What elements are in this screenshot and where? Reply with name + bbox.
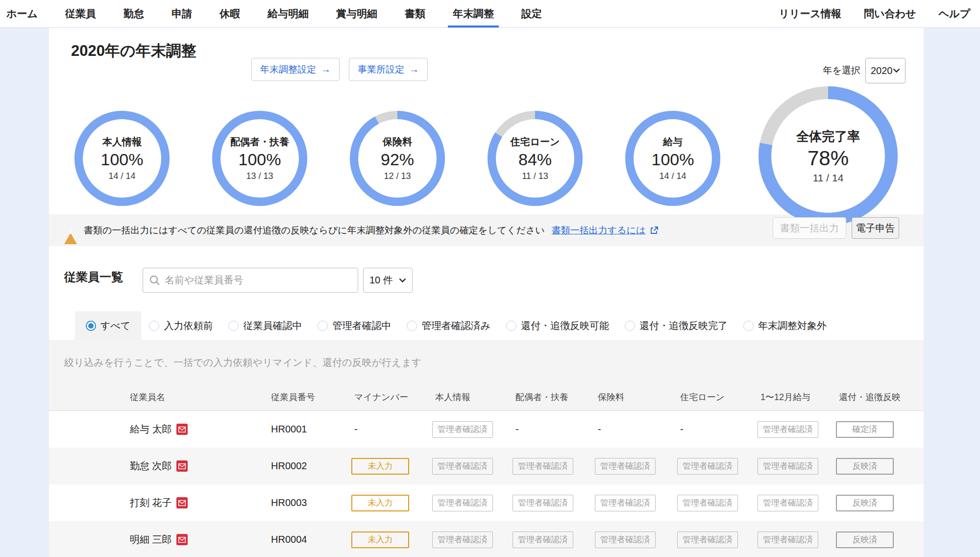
- progress-ring-text: 保険料 92% 12 / 13: [350, 111, 445, 206]
- status-filter-radio[interactable]: すべて: [75, 311, 141, 340]
- bulk-export-help-link[interactable]: 書類一括出力するには: [552, 224, 659, 237]
- ring-label: 住宅ローン: [511, 135, 560, 149]
- status-cell: 管理者確認済: [595, 484, 656, 521]
- employee-name: 明細 三郎: [130, 521, 188, 557]
- ring-label: 給与: [663, 135, 683, 149]
- ring-percent: 92%: [381, 150, 414, 169]
- ring-percent: 100%: [101, 150, 144, 169]
- nav-item[interactable]: リリース情報: [779, 0, 841, 27]
- status-badge: 管理者確認済: [758, 532, 818, 548]
- year-select[interactable]: 2020: [865, 58, 906, 83]
- nav-left-group: ホーム従業員勤怠申請休暇給与明細賞与明細書類年末調整設定: [6, 0, 569, 27]
- status-badge: 反映済: [836, 495, 894, 511]
- nav-item[interactable]: ヘルプ: [939, 0, 970, 27]
- radio-icon: [86, 321, 96, 331]
- empty-status: -: [598, 411, 601, 448]
- nav-right-group: リリース情報問い合わせヘルプ: [757, 0, 970, 27]
- nav-item[interactable]: 従業員: [65, 0, 96, 27]
- nav-item[interactable]: 賞与明細: [336, 0, 377, 27]
- table-row[interactable]: 給与 太郎 HR0001- 管理者確認済--- 管理者確認済 確定済: [49, 411, 924, 448]
- ring-label: 配偶者・扶養: [230, 135, 289, 149]
- status-cell: 管理者確認済: [432, 521, 493, 557]
- status-cell: 管理者確認済: [513, 484, 573, 521]
- table-row[interactable]: 明細 三郎 HR0004 未入力 管理者確認済 管理者確認済 管理者確認済 管理…: [49, 521, 924, 557]
- office-settings-button[interactable]: 事業所設定 →: [349, 58, 428, 81]
- chevron-down-icon: [399, 278, 406, 283]
- empty-status: -: [515, 411, 519, 448]
- nav-item[interactable]: 問い合わせ: [864, 0, 916, 27]
- employee-name: 打刻 花子: [130, 484, 188, 521]
- table-row[interactable]: 打刻 花子 HR0003 未入力 管理者確認済 管理者確認済 管理者確認済 管理…: [49, 484, 924, 521]
- status-badge: 管理者確認済: [758, 495, 818, 511]
- status-cell: 管理者確認済: [677, 448, 738, 484]
- status-filter-radio[interactable]: 還付・追徴反映完了: [617, 311, 735, 340]
- chevron-down-icon: [893, 68, 900, 73]
- column-header: 本人情報: [435, 383, 470, 411]
- mail-icon[interactable]: [176, 534, 188, 545]
- table-row[interactable]: 勤怠 次郎 HR0002 未入力 管理者確認済 管理者確認済 管理者確認済 管理…: [49, 448, 924, 484]
- status-badge: 管理者確認済: [758, 421, 818, 438]
- table-header-row: 従業員名従業員番号マイナンバー本人情報配偶者・扶養保険料住宅ローン1〜12月給与…: [49, 383, 924, 411]
- column-header: 配偶者・扶養: [515, 383, 568, 411]
- nav-item[interactable]: 設定: [521, 0, 542, 27]
- employee-search: [143, 268, 358, 293]
- employee-number: HR0001: [271, 411, 307, 448]
- empty-status: -: [354, 411, 358, 448]
- warning-text: 書類の一括出力にはすべての従業員の還付追徴の反映ならびに年末調整対象外の従業員の…: [84, 224, 545, 237]
- status-cell: 管理者確認済: [595, 521, 656, 557]
- nav-item[interactable]: 書類: [405, 0, 425, 27]
- status-badge: 確定済: [836, 421, 894, 438]
- progress-rings-row: 本人情報 100% 14 / 14 配偶者・扶養 100% 13 / 13 保険…: [74, 111, 720, 206]
- search-icon: [149, 275, 161, 286]
- mail-icon[interactable]: [176, 460, 188, 472]
- status-cell: 管理者確認済: [758, 448, 818, 484]
- status-filter-radio[interactable]: 管理者確認中: [310, 311, 399, 340]
- employee-table: 給与 太郎 HR0001- 管理者確認済--- 管理者確認済 確定済 勤怠 次郎…: [49, 411, 924, 557]
- bulk-export-button[interactable]: 書類一括出力: [773, 217, 846, 239]
- status-filter-radio[interactable]: 還付・追徴反映可能: [498, 311, 617, 340]
- status-badge: 管理者確認済: [595, 532, 656, 548]
- employee-list-header: 従業員一覧 10 件: [49, 246, 924, 311]
- employee-number: HR0003: [271, 484, 307, 521]
- status-cell: 確定済: [836, 411, 894, 448]
- search-input[interactable]: [143, 268, 358, 293]
- filter-label: 管理者確認済み: [421, 319, 490, 332]
- ring-label: 保険料: [383, 135, 412, 149]
- status-filter-radio[interactable]: 従業員確認中: [220, 311, 310, 340]
- status-filter-radio[interactable]: 年末調整対象外: [735, 311, 834, 340]
- warning-icon: !: [64, 225, 77, 236]
- status-filter-row: すべて 入力依頼前 従業員確認中 管理者確認中 管理者確認済み 還付・追徴反映可…: [49, 311, 924, 340]
- mail-icon[interactable]: [176, 497, 188, 508]
- nav-item[interactable]: 勤怠: [123, 0, 144, 27]
- filter-label: 年末調整対象外: [758, 319, 827, 332]
- employee-number: HR0002: [271, 448, 307, 484]
- radio-icon: [318, 321, 328, 331]
- empty-status: -: [680, 411, 684, 448]
- page-size-select[interactable]: 10 件: [363, 268, 413, 293]
- progress-ring: 本人情報 100% 14 / 14: [74, 111, 170, 206]
- employee-name: 給与 太郎: [130, 411, 188, 448]
- status-badge: 管理者確認済: [677, 495, 738, 511]
- ring-percent: 100%: [652, 150, 694, 169]
- status-filter-radio[interactable]: 管理者確認済み: [399, 311, 498, 340]
- e-file-button[interactable]: 電子申告: [852, 217, 899, 239]
- progress-ring: 給与 100% 14 / 14: [625, 111, 720, 206]
- status-cell: 管理者確認済: [432, 411, 493, 448]
- progress-ring-text: 本人情報 100% 14 / 14: [74, 111, 170, 206]
- nav-item[interactable]: ホーム: [6, 0, 38, 27]
- year-select-label: 年を選択: [807, 58, 860, 83]
- filter-helper-text: 絞り込みを行うことで、一括での入力依頼やリマインド、還付の反映が行えます: [64, 356, 421, 369]
- status-badge: 未入力: [351, 458, 409, 475]
- overall-progress-ring: 全体完了率 78% 11 / 14: [759, 86, 898, 226]
- nav-item[interactable]: 休暇: [220, 0, 240, 27]
- employee-number: HR0004: [271, 521, 307, 557]
- nav-item[interactable]: 給与明細: [268, 0, 309, 27]
- filter-label: 管理者確認中: [332, 319, 391, 332]
- employee-name: 勤怠 次郎: [130, 448, 188, 484]
- status-filter-radio[interactable]: 入力依頼前: [141, 311, 220, 340]
- nav-item[interactable]: 年末調整: [453, 0, 494, 27]
- year-end-settings-button[interactable]: 年末調整設定 →: [251, 58, 340, 81]
- status-cell: 反映済: [836, 448, 894, 484]
- mail-icon[interactable]: [176, 424, 188, 435]
- nav-item[interactable]: 申請: [172, 0, 192, 27]
